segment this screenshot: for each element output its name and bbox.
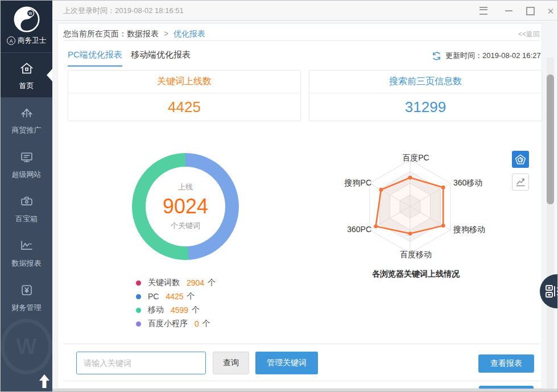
tab-mobile-report[interactable]: 移动端优化报表: [131, 49, 191, 65]
donut-center: 上线 9024 个关键词: [146, 167, 225, 246]
sidebar-item-reports[interactable]: 数据报表: [1, 230, 52, 275]
radar-svg: [330, 146, 501, 266]
tab-pc-report[interactable]: PC端优化报表: [68, 49, 122, 67]
sidebar-item-label: 数据报表: [12, 258, 42, 269]
legend-label: 百度小程序: [148, 319, 188, 329]
donut-legend: 关键词数 2904 个 PC 4425 个 移动 4599 个 百度小程序 0 …: [136, 276, 216, 331]
stat-card-top3-pages: 搜索前三页信息数 31299: [309, 70, 542, 121]
radar-chart: 百度PC 360移动 搜狗移动 百度移动 360PC 搜狗PC 各浏览器关键词上…: [330, 146, 501, 283]
radar-view-button[interactable]: [512, 151, 529, 168]
legend-item-keywords[interactable]: 关键词数 2904 个: [136, 276, 216, 290]
brand-logo-icon: w: [13, 5, 41, 34]
up-arrow-icon: [38, 374, 51, 389]
scrollbar-thumb[interactable]: [547, 75, 554, 204]
breadcrumb: 您当前所在页面：数据报表 > 优化报表: [63, 29, 205, 39]
radar-label-360-pc: 360PC: [330, 225, 371, 234]
legend-dot: [136, 321, 141, 327]
sidebar-item-promotion[interactable]: 商贸推广: [1, 97, 52, 142]
promotion-icon: [18, 104, 35, 121]
sidebar-item-label: 首页: [19, 81, 34, 91]
sidebar-item-website[interactable]: 超级网站: [1, 142, 52, 186]
hamburger-icon: [480, 7, 487, 15]
last-login-text: 上次登录时间：2019-08-02 18:16:51: [63, 6, 184, 16]
line-view-button[interactable]: [512, 174, 529, 191]
legend-dot: [136, 308, 141, 313]
qr-code-icon: [544, 283, 558, 299]
donut-center-bottom: 个关键词: [171, 221, 200, 231]
breadcrumb-divider: [63, 40, 540, 41]
toolbox-icon: [18, 193, 35, 210]
legend-value: 0: [195, 319, 199, 328]
report-icon: [18, 237, 35, 254]
radar-label-baidu-mobile: 百度移动: [330, 250, 501, 260]
legend-label: 移动: [148, 305, 164, 315]
legend-label: PC: [148, 292, 159, 301]
menu-icon[interactable]: [478, 6, 489, 16]
legend-value: 4425: [166, 292, 183, 301]
radar-label-baidu-pc: 百度PC: [330, 153, 501, 163]
sidebar-item-label: 财务管理: [12, 303, 42, 313]
brand-row: A 商务卫士: [7, 36, 46, 46]
stat-card-keywords-online: 关键词上线数 4425: [68, 70, 301, 121]
keyword-input[interactable]: [76, 352, 206, 374]
toolbar-top-divider: [63, 344, 540, 344]
legend-item-baidu-miniapp[interactable]: 百度小程序 0 个: [136, 317, 216, 331]
breadcrumb-prefix: 您当前所在页面：数据报表: [63, 29, 159, 38]
maximize-icon: [526, 7, 535, 15]
refresh-area: 更新时间：2019-08-02 16:27: [432, 51, 541, 61]
legend-unit: 个: [208, 278, 216, 288]
legend-dot: [136, 280, 141, 286]
radar-caption: 各浏览器关键词上线情况: [330, 269, 501, 279]
legend-item-pc[interactable]: PC 4425 个: [136, 290, 216, 303]
window-bottom-edge: [52, 389, 558, 392]
line-chart-icon: [515, 176, 526, 188]
svg-text:w: w: [28, 11, 32, 16]
logo-block: w A 商务卫士: [1, 1, 52, 52]
minimize-button[interactable]: [503, 6, 514, 16]
donut-chart: 上线 9024 个关键词: [132, 153, 239, 260]
legend-value: 4599: [171, 306, 188, 315]
breadcrumb-separator: >: [164, 29, 168, 38]
legend-dot: [136, 294, 141, 299]
sidebar-item-label: 商贸推广: [12, 125, 42, 135]
donut-center-value: 9024: [163, 195, 208, 218]
legend-unit: 个: [192, 305, 200, 315]
floating-qr-button[interactable]: [540, 274, 558, 308]
donut-center-top: 上线: [178, 182, 193, 192]
sidebar-nav: 首页 商贸推广 超级网站 百宝箱: [1, 53, 52, 319]
sidebar-item-toolbox[interactable]: 百宝箱: [1, 186, 52, 230]
sidebar-item-label: 百宝箱: [15, 214, 38, 224]
stat-card-title: 关键词上线数: [68, 71, 300, 93]
sidebar-item-home[interactable]: 首页: [1, 53, 52, 97]
brand-badge-icon: A: [7, 36, 15, 45]
toolbar-bottom-divider: [63, 381, 540, 381]
sidebar-item-label: 超级网站: [12, 170, 42, 180]
legend-label: 关键词数: [148, 278, 180, 288]
refresh-icon[interactable]: [432, 51, 441, 61]
view-report-button[interactable]: 查看报表: [478, 354, 534, 373]
maximize-button[interactable]: [525, 6, 535, 16]
legend-unit: 个: [202, 319, 210, 329]
radar-label-360-mobile: 360移动: [453, 178, 482, 188]
legend-item-mobile[interactable]: 移动 4599 个: [136, 303, 216, 317]
legend-value: 2904: [187, 278, 204, 287]
radar-label-sogou-mobile: 搜狗移动: [453, 225, 485, 235]
legend-unit: 个: [187, 291, 195, 302]
minimize-icon: [505, 10, 512, 11]
close-button[interactable]: ✕: [545, 6, 556, 16]
breadcrumb-current: 优化报表: [173, 29, 205, 38]
stat-card-value: 31299: [309, 93, 542, 121]
sidebar-item-finance[interactable]: 财务管理: [1, 275, 52, 319]
home-icon: [18, 60, 35, 77]
website-icon: [18, 148, 35, 166]
back-link[interactable]: <<返回: [518, 30, 540, 39]
update-time: 更新时间：2019-08-02 16:27: [445, 51, 541, 61]
active-notch: [47, 69, 52, 81]
finance-icon: [18, 282, 35, 299]
stat-card-title: 搜索前三页信息数: [309, 71, 542, 93]
search-button[interactable]: 查询: [213, 352, 249, 374]
manage-keywords-button[interactable]: 管理关键词: [255, 352, 318, 374]
scroll-top-button[interactable]: [38, 374, 51, 391]
radar-label-sogou-pc: 搜狗PC: [330, 178, 371, 188]
stat-card-value: 4425: [68, 93, 300, 121]
